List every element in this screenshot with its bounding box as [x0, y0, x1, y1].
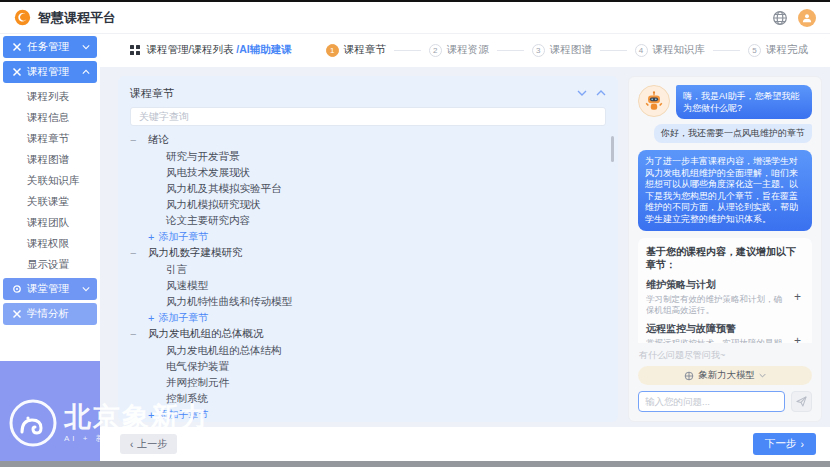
add-subchapter-label: 添加子章节 — [158, 408, 208, 422]
step-number: 1 — [326, 44, 339, 57]
platform-logo-icon — [14, 9, 31, 26]
tree-child-row[interactable]: 风速模型 — [130, 277, 606, 293]
sidebar-subitem[interactable]: 课程团队 — [0, 212, 100, 233]
tree-child-row[interactable]: 论文主要研究内容 — [130, 212, 606, 228]
crossed-arrows-icon — [12, 42, 22, 52]
suggestion-text: 远程监控与故障预警掌握远程监控技术，实现故障的早期预警与处理。 — [646, 322, 787, 343]
step-label: 课程完成 — [766, 43, 808, 57]
ai-robot-avatar — [638, 85, 670, 117]
breadcrumb-current[interactable]: /AI辅助建课 — [236, 43, 291, 55]
question-input[interactable] — [638, 391, 785, 412]
tree-parent-row[interactable]: −风力发电机组的总体概况 — [130, 326, 606, 342]
add-subchapter-label: 添加子章节 — [158, 311, 208, 325]
collapse-toggle-icon[interactable]: − — [130, 249, 139, 258]
tree-child-row[interactable]: 电气保护装置 — [130, 358, 606, 374]
step-label: 课程图谱 — [550, 43, 592, 57]
sidebar-subitem[interactable]: 课程列表 — [0, 86, 100, 107]
collapse-toggle-icon[interactable]: − — [130, 330, 139, 339]
plus-icon: + — [148, 312, 154, 324]
suggestion-description: 学习制定有效的维护策略和计划，确保机组高效运行。 — [646, 294, 787, 315]
chapter-label: 绪论 — [148, 133, 169, 147]
tree-child-row[interactable]: 控制系统 — [130, 390, 606, 406]
sidebar-item[interactable]: 任务管理 — [3, 36, 97, 58]
expand-all-icon[interactable] — [596, 89, 606, 97]
sidebar-item-label: 任务管理 — [27, 40, 69, 54]
step-connector — [394, 50, 421, 51]
user-message-bubble: 你好，我还需要一点风电维护的章节 — [654, 124, 812, 143]
tree-child-row[interactable]: 引言 — [130, 261, 606, 277]
collapse-toggle-icon[interactable]: − — [130, 136, 139, 145]
step-connector — [600, 50, 627, 51]
letterbox-bottom — [0, 461, 830, 467]
keyword-search-input[interactable] — [130, 107, 606, 126]
sidebar-item-label: 显示设置 — [27, 258, 69, 272]
add-subchapter-link[interactable]: +添加子章节 — [130, 228, 606, 245]
stepper-step[interactable]: 5课程完成 — [748, 43, 808, 57]
sidebar-subitem[interactable]: 课程图谱 — [0, 149, 100, 170]
add-subchapter-link[interactable]: +添加子章节 — [130, 406, 606, 423]
stepper-step[interactable]: 1课程章节 — [326, 43, 386, 57]
add-suggestion-button[interactable]: + — [791, 290, 804, 304]
tree-child-row[interactable]: 研究与开发背景 — [130, 148, 606, 164]
sidebar-item[interactable]: 课堂管理 — [3, 278, 97, 300]
chat-hint: 有什么问题尽管问我~ — [639, 349, 811, 362]
send-icon — [796, 396, 807, 407]
add-subchapter-link[interactable]: +添加子章节 — [130, 309, 606, 326]
sidebar-item-label: 课程信息 — [27, 111, 69, 125]
suggestions-intro: 基于您的课程内容，建议增加以下章节： — [646, 245, 804, 271]
model-selector[interactable]: 象新力大模型 — [638, 366, 812, 385]
tree-child-row[interactable]: 并网控制元件 — [130, 374, 606, 390]
crossed-arrows-icon — [12, 67, 22, 77]
suggestion-title: 远程监控与故障预警 — [646, 322, 787, 336]
sidebar-subitem[interactable]: 课程权限 — [0, 233, 100, 254]
sidebar-subitem[interactable]: 关联课堂 — [0, 191, 100, 212]
gear-icon — [12, 284, 22, 294]
plus-icon: + — [148, 231, 154, 243]
tree-child-row[interactable]: 风力机及其模拟实验平台 — [130, 180, 606, 196]
ai-assistant-panel: 嗨，我是AI助手，您希望我能为您做什么呢? 你好，我还需要一点风电维护的章节 为… — [628, 76, 822, 422]
step-label: 课程章节 — [344, 43, 386, 57]
chevron-down-icon — [82, 286, 90, 292]
step-number: 4 — [635, 44, 648, 57]
sidebar-bottom-fill — [0, 361, 100, 461]
user-avatar[interactable] — [798, 9, 816, 27]
sidebar-item[interactable]: 学情分析 — [3, 303, 97, 325]
step-number: 3 — [532, 44, 545, 57]
tree-scrollbar[interactable] — [611, 136, 614, 162]
stepper-step[interactable]: 2课程资源 — [429, 43, 489, 57]
sidebar: 任务管理课程管理课程列表课程信息课程章节课程图谱关联知识库关联课堂课程团队课程权… — [0, 33, 100, 461]
collapse-all-icon[interactable] — [577, 89, 587, 97]
tree-child-row[interactable]: 风电技术发展现状 — [130, 164, 606, 180]
next-step-button[interactable]: 下一步› — [753, 433, 816, 455]
sidebar-item-label: 课程管理 — [27, 65, 69, 79]
tree-child-row[interactable]: 风力发电机组的总体结构 — [130, 342, 606, 358]
suggestion-title: 维护策略与计划 — [646, 278, 787, 292]
add-suggestion-button[interactable]: + — [791, 334, 804, 344]
crossed-arrows-icon — [12, 309, 22, 319]
tree-parent-row[interactable]: −风力机数字建模研究 — [130, 245, 606, 261]
sidebar-subitem[interactable]: 关联知识库 — [0, 170, 100, 191]
app-header: 智慧课程平台 — [0, 2, 830, 33]
chevron-up-icon — [82, 69, 90, 75]
globe-icon[interactable] — [772, 10, 788, 26]
sidebar-item-label: 课程章节 — [27, 132, 69, 146]
breadcrumb: 课程管理/课程列表 /AI辅助建课 — [147, 43, 292, 57]
chat-messages: 嗨，我是AI助手，您希望我能为您做什么呢? 你好，我还需要一点风电维护的章节 为… — [638, 85, 812, 343]
tree-parent-row[interactable]: −绪论 — [130, 132, 606, 148]
sidebar-subitem[interactable]: 显示设置 — [0, 254, 100, 275]
send-button[interactable] — [791, 391, 812, 412]
chevron-right-icon: › — [801, 438, 805, 450]
prev-step-button[interactable]: ‹上一步 — [120, 434, 177, 454]
stepper-step[interactable]: 3课程图谱 — [532, 43, 592, 57]
tree-child-row[interactable]: 风力机特性曲线和传动模型 — [130, 293, 606, 309]
sidebar-subitem[interactable]: 课程章节 — [0, 128, 100, 149]
model-selector-label: 象新力大模型 — [698, 369, 755, 382]
stepper-step[interactable]: 4课程知识库 — [635, 43, 706, 57]
tree-child-row[interactable]: 风力机模拟研究现状 — [130, 196, 606, 212]
sidebar-item[interactable]: 课程管理 — [3, 61, 97, 83]
step-number: 2 — [429, 44, 442, 57]
sidebar-item-label: 课程列表 — [27, 90, 69, 104]
sidebar-subitem[interactable]: 课程信息 — [0, 107, 100, 128]
step-label: 课程资源 — [447, 43, 489, 57]
step-connector — [713, 50, 740, 51]
